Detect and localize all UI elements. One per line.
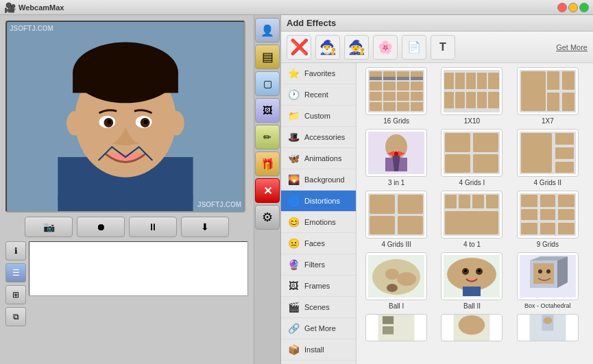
effect-thumb-3in1	[365, 129, 427, 177]
effect-partial2[interactable]	[436, 314, 507, 341]
svg-rect-66	[521, 133, 552, 173]
wizard1-btn[interactable]: 🧙‍♂️	[315, 35, 340, 60]
svg-rect-77	[459, 195, 470, 208]
pause-button[interactable]: ⏸	[129, 217, 177, 237]
svg-rect-35	[411, 77, 423, 80]
svg-rect-85	[521, 209, 537, 220]
category-frames[interactable]: 🖼 Frames	[281, 276, 356, 297]
effect-16grids[interactable]: 16 Grids	[361, 67, 432, 125]
wizard2-btn[interactable]: 🧙	[344, 35, 369, 60]
frame-tool[interactable]: ▢	[255, 71, 280, 96]
svg-rect-43	[455, 92, 465, 108]
effect-boxoct[interactable]: Box - Octahedral	[512, 252, 583, 310]
category-getmore[interactable]: 🔗 Get More	[281, 318, 356, 339]
category-filters[interactable]: 🔮 Filters	[281, 254, 356, 276]
category-custom[interactable]: 📁 Custom	[281, 106, 356, 127]
svg-rect-87	[558, 209, 574, 220]
effect-partial1[interactable]	[361, 314, 432, 341]
side-icon-group: ℹ ☰ ⊞ ⧉	[5, 241, 26, 326]
effect-thumb-4gridsi	[441, 129, 503, 177]
svg-rect-23	[411, 82, 423, 90]
category-background[interactable]: 🌄 Background	[281, 169, 356, 191]
get-more-link[interactable]: Get More	[556, 43, 588, 51]
app-icon: 🎥	[4, 2, 16, 13]
category-faces[interactable]: 😐 Faces	[281, 233, 356, 254]
person-tool[interactable]: 👤	[255, 18, 280, 43]
effect-9grids[interactable]: 9 Grids	[512, 191, 583, 248]
svg-point-93	[385, 269, 399, 280]
brush-tool[interactable]: ✏	[255, 125, 280, 149]
effect-ballii[interactable]: Ball II	[436, 252, 507, 310]
svg-rect-64	[473, 154, 498, 173]
svg-rect-24	[370, 92, 382, 101]
effect-thumb-4to1	[441, 191, 503, 239]
category-animations[interactable]: 🦋 Animations	[281, 148, 356, 169]
effect-thumb-balli	[365, 252, 427, 300]
flower-btn[interactable]: 🌸	[373, 35, 398, 60]
effect-3in1[interactable]: 3 in 1	[361, 129, 432, 186]
effect-partial3[interactable]	[512, 314, 583, 341]
svg-rect-61	[445, 133, 470, 152]
category-favorites[interactable]: ⭐ Favorites	[281, 63, 356, 84]
film-button[interactable]: ⧉	[5, 307, 26, 326]
effect-1x7[interactable]: 1X7	[512, 67, 583, 125]
effect-4gridsiii[interactable]: 4 Grids III	[361, 191, 432, 248]
category-emotions[interactable]: 😊 Emotions	[281, 212, 356, 233]
camera-button[interactable]: 📷	[25, 217, 73, 237]
svg-point-108	[538, 269, 542, 274]
svg-rect-29	[383, 102, 396, 111]
category-scenes[interactable]: 🎬 Scenes	[281, 297, 356, 318]
distortions-icon: 🌀	[287, 194, 300, 208]
info-button[interactable]: ℹ	[5, 241, 26, 260]
bars-tool[interactable]: ▤	[255, 45, 280, 69]
download-button[interactable]: ⬇	[181, 217, 229, 237]
svg-rect-25	[383, 92, 396, 101]
category-accessories[interactable]: 🎩 Accessories	[281, 127, 356, 148]
effect-4to1[interactable]: 4 to 1	[436, 191, 507, 248]
category-recent[interactable]: 🕐 Recent	[281, 84, 356, 106]
svg-rect-62	[473, 133, 498, 152]
svg-point-14	[168, 111, 184, 135]
svg-rect-6	[73, 73, 178, 93]
close-button[interactable]	[557, 3, 567, 12]
maximize-button[interactable]	[579, 3, 589, 12]
text-btn[interactable]: T	[431, 35, 455, 60]
install-label: Install	[304, 345, 324, 354]
minimize-button[interactable]	[568, 3, 578, 12]
record-button[interactable]: ⏺	[77, 217, 125, 237]
svg-rect-44	[466, 92, 476, 108]
text-area[interactable]	[29, 241, 248, 296]
svg-rect-39	[466, 73, 476, 89]
grid-view-button[interactable]: ⊞	[5, 285, 26, 304]
effect-thumb-4gridsiii	[365, 191, 427, 239]
remove-tool[interactable]: ✕	[255, 178, 280, 203]
svg-rect-27	[411, 92, 423, 101]
left-panel: JSOFTJ.COM JSOFTJ.COM 📷 ⏺ ⏸ ⬇ ℹ ☰ ⊞	[0, 15, 254, 364]
gear-tool[interactable]: ⚙	[255, 205, 280, 230]
download-icon: ⬇	[201, 221, 209, 232]
effect-4gridsi[interactable]: 4 Grids I	[436, 129, 507, 186]
effect-4gridsii[interactable]: 4 Grids II	[512, 129, 583, 186]
category-install[interactable]: 📦 Install	[281, 339, 356, 361]
svg-rect-34	[397, 77, 409, 80]
remove-effect-btn[interactable]: ❌	[287, 35, 311, 60]
svg-point-12	[144, 120, 148, 124]
scenes-label: Scenes	[304, 303, 330, 311]
list-button[interactable]: ☰	[5, 263, 26, 282]
category-distortions[interactable]: 🌀 Distortions	[281, 191, 356, 212]
image-tool[interactable]: 🖼	[255, 98, 280, 123]
effect-balli[interactable]: Ball I	[361, 252, 432, 310]
addpage-btn[interactable]: 📄	[402, 35, 426, 60]
effects-grid-area[interactable]: 16 Grids	[356, 63, 593, 364]
animations-icon: 🦋	[287, 151, 300, 165]
gift-tool[interactable]: 🎁	[255, 151, 280, 176]
svg-point-94	[397, 272, 416, 286]
effect-thumb-partial2	[441, 314, 503, 341]
favorites-label: Favorites	[304, 69, 335, 77]
label-4gridsi: 4 Grids I	[459, 179, 485, 186]
effect-1x10[interactable]: 1X10	[436, 67, 507, 125]
svg-rect-51	[547, 93, 559, 111]
scenes-icon: 🎬	[287, 300, 300, 314]
effects-grid: 16 Grids	[361, 67, 589, 341]
effect-thumb-1x10	[441, 67, 503, 115]
